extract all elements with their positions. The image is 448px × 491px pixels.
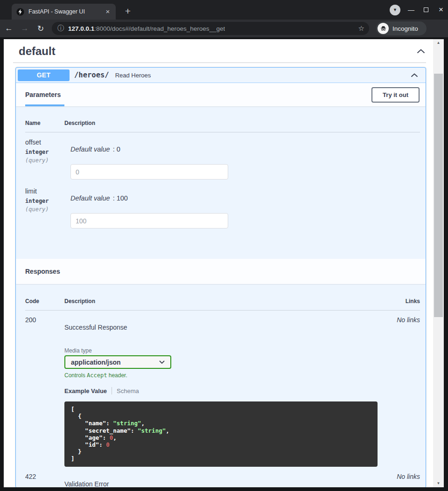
media-type-label: Media type [64, 347, 383, 354]
scroll-down-icon[interactable]: ▼ [433, 480, 444, 487]
url-bar[interactable]: ⓘ 127.0.0.1:8000/docs#/default/read_hero… [52, 22, 369, 35]
operation-path: /heroes/ [74, 71, 109, 79]
col-code-header: Code [25, 298, 64, 304]
maximize-button[interactable] [422, 6, 430, 14]
tag-divider [13, 62, 426, 63]
responses-header: Responses [16, 259, 426, 284]
tab-title: FastAPI - Swagger UI [28, 8, 104, 15]
back-icon[interactable]: ← [2, 24, 16, 33]
response-links: No links [383, 316, 420, 467]
accept-header-code: Accept [87, 372, 107, 379]
limit-input[interactable] [70, 213, 228, 228]
parameters-table-head: Name Description [25, 120, 420, 132]
new-tab-button[interactable]: + [121, 5, 134, 18]
try-it-out-button[interactable]: Try it out [371, 87, 420, 103]
default-value: : 100 [111, 194, 128, 202]
parameters-tab-label: Parameters [25, 91, 61, 98]
operation-summary[interactable]: GET /heroes/ Read Heroes [16, 68, 426, 83]
accept-note: Controls Accept header. [64, 372, 383, 379]
chevron-up-icon[interactable] [411, 73, 418, 77]
param-name-cell: limit integer (query) [25, 187, 70, 228]
param-default: Default value : 0 [70, 145, 420, 153]
response-code: 200 [25, 316, 64, 467]
responses-table-head: Code Description Links [25, 298, 420, 311]
minimize-button[interactable]: — [407, 6, 415, 14]
scrollbar-thumb[interactable] [434, 74, 443, 317]
response-links: No links [383, 473, 420, 487]
forward-icon[interactable]: → [18, 24, 32, 33]
url-text: 127.0.0.1:8000/docs#/default/read_heroes… [68, 25, 225, 32]
chevron-down-icon [159, 360, 165, 364]
media-type-select[interactable]: application/json [64, 355, 171, 369]
reload-icon[interactable]: ↻ [34, 24, 48, 34]
code-sample: [ { "name": "string", "secret_name": "st… [64, 401, 378, 467]
response-row-200: 200 Successful Response Media type appli… [25, 316, 420, 467]
operation-summary-text: Read Heroes [115, 72, 151, 79]
opblock-get-heroes: GET /heroes/ Read Heroes Parameters Try … [15, 67, 426, 487]
response-description: Successful Response [64, 324, 383, 331]
media-type-value: application/json [71, 359, 159, 366]
default-value: : 0 [111, 145, 120, 153]
param-name: limit [25, 187, 70, 195]
param-type: integer [25, 149, 70, 155]
browser-tab[interactable]: FastAPI - Swagger UI × [12, 4, 116, 20]
site-info-icon[interactable]: ⓘ [57, 24, 64, 33]
scroll-up-icon[interactable]: ▲ [433, 39, 444, 47]
tab-parameters[interactable]: Parameters [25, 83, 61, 106]
col-name-header: Name [25, 120, 64, 126]
tabs-separator [112, 387, 112, 394]
param-default: Default value : 100 [70, 194, 420, 202]
active-tab-underline [25, 104, 64, 106]
param-row-offset: offset integer (query) Default value : 0 [25, 138, 420, 180]
swagger-content: default GET /heroes/ Read Heroes Paramet… [4, 39, 433, 487]
fastapi-favicon-icon [16, 8, 24, 16]
tag-section-header[interactable]: default [19, 45, 425, 58]
page-scrollbar[interactable]: ▲ ▼ [433, 39, 444, 487]
responses-table: Code Description Links 200 Successful Re… [16, 284, 426, 487]
param-name-cell: offset integer (query) [25, 138, 70, 180]
bookmark-star-icon[interactable]: ☆ [358, 24, 364, 33]
incognito-label: Incognito [392, 25, 418, 32]
param-name: offset [25, 138, 70, 146]
response-description: Validation Error [64, 480, 383, 487]
col-description-header: Description [64, 120, 420, 126]
response-desc-cell: Successful Response Media type applicati… [64, 316, 383, 467]
example-schema-tabs: Example Value Schema [64, 387, 383, 394]
response-desc-cell: Validation Error [64, 473, 383, 487]
param-desc-cell: Default value : 0 [70, 138, 420, 180]
incognito-avatar [378, 23, 389, 34]
tab-example-value[interactable]: Example Value [64, 387, 107, 394]
parameters-table: Name Description offset integer (query) … [16, 106, 426, 259]
tag-title: default [19, 45, 56, 58]
response-row-422: 422 Validation Error No links [25, 473, 420, 487]
param-in: (query) [25, 157, 70, 164]
param-in: (query) [25, 206, 70, 213]
url-host: 127.0.0.1 [68, 25, 94, 32]
col-links-header: Links [392, 298, 420, 304]
default-value-label: Default value [70, 145, 110, 153]
maximize-icon [424, 7, 428, 12]
chevron-up-icon[interactable] [417, 49, 425, 54]
close-window-button[interactable]: × [437, 5, 445, 14]
offset-input[interactable] [70, 164, 228, 180]
param-desc-cell: Default value : 100 [70, 187, 420, 228]
col-description-header: Description [64, 298, 392, 304]
param-type: integer [25, 198, 70, 204]
url-path: :8000/docs#/default/read_heroes_heroes__… [94, 25, 225, 32]
param-row-limit: limit integer (query) Default value : 10… [25, 187, 420, 228]
tab-strip: FastAPI - Swagger UI × + ▼ — × [0, 0, 448, 20]
default-value-label: Default value [70, 194, 110, 202]
page-viewport: default GET /heroes/ Read Heroes Paramet… [4, 39, 444, 487]
tab-schema[interactable]: Schema [117, 387, 139, 394]
method-badge: GET [18, 69, 70, 81]
incognito-icon [380, 25, 387, 32]
browser-toolbar: ← → ↻ ⓘ 127.0.0.1:8000/docs#/default/rea… [0, 20, 448, 37]
tab-search-icon[interactable]: ▼ [390, 5, 400, 15]
tab-close-icon[interactable]: × [104, 7, 112, 16]
incognito-badge: Incognito [376, 21, 427, 35]
responses-title: Responses [25, 268, 60, 275]
parameters-header: Parameters Try it out [16, 83, 426, 106]
response-code: 422 [25, 473, 64, 487]
